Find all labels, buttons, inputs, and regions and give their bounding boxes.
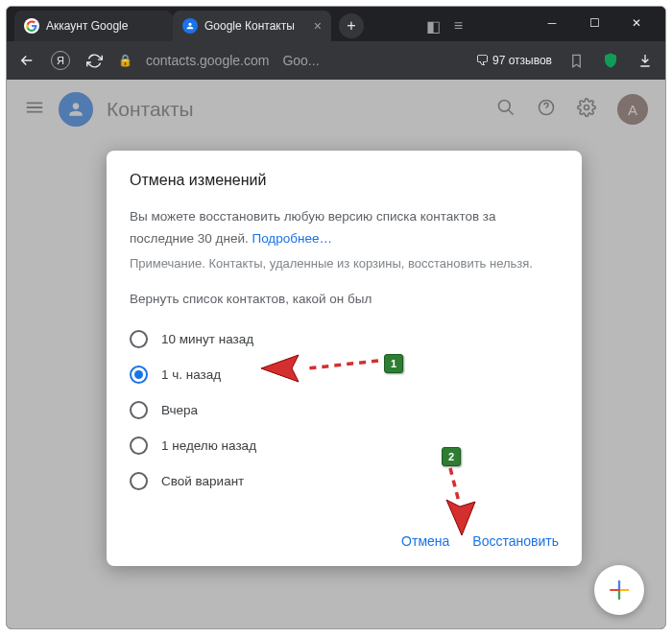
tab-strip: Аккаунт Google Google Контакты × + ◧ ≡ ─… (7, 7, 665, 41)
close-icon[interactable]: × (314, 18, 322, 34)
ext-icon[interactable]: ≡ (454, 17, 463, 35)
url-display[interactable]: contacts.google.com (146, 53, 269, 68)
radio-icon (130, 401, 148, 419)
comment-icon: 🗨 (475, 53, 489, 68)
radio-icon (130, 436, 148, 455)
browser-toolbar: Я 🔒 contacts.google.com Goo... 🗨 97 отзы… (7, 41, 665, 80)
dialog-prompt: Вернуть список контактов, какой он был (130, 292, 559, 306)
radio-icon (130, 472, 148, 490)
radio-icon (130, 366, 148, 384)
radio-label: 10 минут назад (161, 332, 253, 346)
download-icon[interactable] (635, 50, 656, 71)
dialog-description: Вы можете восстановить любую версию спис… (130, 206, 559, 250)
fab-add[interactable] (594, 565, 644, 615)
contacts-favicon (182, 18, 198, 34)
reviews-indicator[interactable]: 🗨 97 отзывов (475, 53, 552, 68)
annotation-arrow-1 (258, 351, 383, 386)
radio-label: Вчера (161, 403, 198, 417)
annotation-arrow-2 (427, 463, 485, 540)
tab-inactive[interactable]: Аккаунт Google (14, 11, 173, 41)
svg-line-5 (450, 468, 459, 502)
back-button[interactable] (16, 50, 37, 71)
reload-button[interactable] (84, 50, 105, 71)
url-tail: Goo... (282, 53, 319, 68)
dialog-title: Отмена изменений (130, 172, 559, 189)
svg-line-3 (308, 361, 378, 368)
reviews-count: 97 отзывов (492, 54, 552, 67)
annotation-badge-1: 1 (384, 354, 403, 373)
google-favicon (24, 18, 39, 34)
radio-label: 1 неделю назад (161, 438, 256, 453)
close-window-button[interactable]: ✕ (615, 9, 658, 37)
tab-label: Google Контакты (204, 19, 295, 33)
page-content: Контакты A Отмена изменен (7, 80, 665, 628)
ext-icon[interactable]: ◧ (426, 17, 441, 35)
learn-more-link[interactable]: Подробнее… (252, 231, 332, 246)
new-tab-button[interactable]: + (339, 13, 364, 38)
dialog-note: Примечание. Контакты, удаленные из корзи… (130, 254, 559, 273)
tab-active[interactable]: Google Контакты × (173, 11, 331, 41)
window-controls: ─ ☐ ✕ (531, 9, 658, 37)
yandex-icon[interactable]: Я (51, 51, 70, 70)
svg-marker-6 (446, 500, 475, 535)
bookmark-icon[interactable] (565, 50, 587, 71)
radio-option-1week[interactable]: 1 неделю назад (130, 428, 559, 463)
lock-icon: 🔒 (118, 54, 132, 67)
maximize-button[interactable]: ☐ (573, 9, 615, 37)
svg-marker-4 (261, 355, 299, 382)
shield-icon[interactable] (600, 50, 621, 71)
dialog-actions: Отмена Восстановить (130, 533, 559, 549)
radio-option-yesterday[interactable]: Вчера (130, 392, 559, 428)
browser-window: Аккаунт Google Google Контакты × + ◧ ≡ ─… (6, 6, 666, 629)
radio-icon (130, 330, 148, 348)
radio-label: 1 ч. назад (161, 367, 221, 382)
tab-label: Аккаунт Google (46, 19, 128, 33)
radio-option-custom[interactable]: Свой вариант (130, 463, 559, 499)
minimize-button[interactable]: ─ (531, 9, 573, 37)
confirm-button[interactable]: Восстановить (472, 533, 559, 549)
radio-label: Свой вариант (161, 474, 244, 488)
